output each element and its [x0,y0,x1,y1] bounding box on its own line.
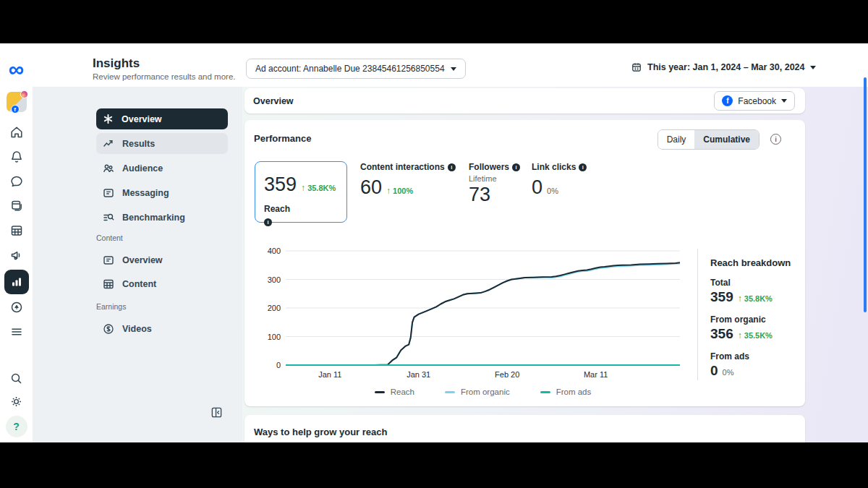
info-icon: i [448,163,456,171]
nav-label: Content [122,279,156,289]
metric-card-reach[interactable]: Reachi 359 ↑ 35.8K% [255,161,347,223]
metric-followers[interactable]: Followersi Lifetime 73 [469,162,520,206]
overview-asterisk-icon [103,114,114,124]
planner-grid-icon[interactable] [0,221,33,240]
channel-dropdown[interactable]: f Facebook [714,91,795,111]
metric-link-clicks[interactable]: Link clicksi 0 0% [532,162,587,199]
legend-item[interactable]: From ads [540,388,592,396]
meta-logo-icon[interactable]: ∞ [0,58,33,81]
vertical-scrollbar[interactable] [864,77,867,312]
help-button[interactable]: ? [0,415,33,438]
home-icon[interactable] [0,123,33,142]
legend-item[interactable]: From organic [445,388,510,396]
legend-item[interactable]: Reach [375,388,414,396]
series-from-organic [286,263,680,365]
performance-card: Performance Daily Cumulative i Reachi 35… [244,120,805,406]
y-tick-label: 300 [259,275,281,284]
metric-followers-value: 73 [469,184,490,206]
sidebar-section-earnings: Earnings [96,302,126,311]
x-tick-label: Jan 11 [318,370,341,379]
ad-account-dropdown[interactable]: Ad account: Annabelle Due 23845461256850… [246,59,466,79]
metric-lc-label: Link clicks [532,162,576,172]
notifications-bell-icon[interactable] [0,147,33,166]
legend-label: Reach [391,388,414,396]
toggle-cumulative-button[interactable]: Cumulative [694,130,759,149]
y-tick-label: 400 [259,247,281,255]
daily-cumulative-toggle: Daily Cumulative [658,129,760,150]
content-pages-icon[interactable] [0,197,33,215]
overview-bar: Overview f Facebook [244,88,805,114]
nav-label: Audience [122,163,163,174]
legend-swatch [540,391,550,393]
sidebar-item-content[interactable]: Content [96,273,228,294]
y-tick-label: 200 [259,304,281,312]
videos-dollar-icon [103,323,114,335]
nav-label: Overview [122,114,162,124]
metric-followers-label: Followers [469,162,509,172]
calendar-icon [631,61,642,73]
sidebar-item-messaging[interactable]: Messaging [96,182,228,203]
ad-account-label: Ad account: Annabelle Due 23845461256850… [255,64,445,74]
performance-info-icon[interactable]: i [770,134,781,145]
business-profile-avatar[interactable]: f [0,91,33,113]
metric-lc-value: 0 [532,176,542,199]
metric-content-interactions[interactable]: Content interactionsi 60 ↑ 100% [360,162,456,199]
boost-icon[interactable] [0,298,33,317]
performance-title: Performance [254,133,311,144]
all-tools-menu-icon[interactable] [0,322,33,341]
metric-lc-delta: 0% [547,187,558,195]
y-tick-label: 0 [259,361,281,369]
page-title: Insights [93,56,140,71]
facebook-logo-icon: f [722,95,733,106]
app-window: ∞ f [0,43,868,442]
inbox-chat-icon[interactable] [0,172,33,191]
search-icon[interactable] [0,369,33,388]
sidebar-item-content-overview[interactable]: Overview [96,249,228,270]
legend-label: From ads [556,388,592,396]
content-overview-icon [103,254,114,266]
left-icon-rail: ∞ f [0,43,33,442]
date-range-dropdown[interactable]: This year: Jan 1, 2024 – Mar 30, 2024 [631,61,816,73]
chevron-down-icon [810,66,816,69]
messaging-icon [103,187,114,199]
channel-label: Facebook [738,96,776,106]
info-icon: i [579,163,587,171]
avatar: f [7,92,27,112]
breakdown-row-organic: From organic 356 ↑ 35.5K% [710,314,801,342]
breakdown-row-ads: From ads 0 0% [710,351,801,379]
reach-breakdown-panel: Reach breakdown Total 359 ↑ 35.8K% From … [710,257,801,379]
settings-gear-icon[interactable] [0,392,33,411]
reach-chart-svg [286,251,680,365]
sidebar-collapse-icon[interactable] [210,406,223,419]
legend-label: From organic [461,388,510,396]
y-tick-label: 100 [259,333,281,341]
legend-swatch [445,391,455,393]
date-range-label: This year: Jan 1, 2024 – Mar 30, 2024 [647,62,805,72]
audience-people-icon [103,163,114,174]
sidebar-item-videos[interactable]: Videos [96,318,228,339]
letterboxed-stage: ∞ f [0,0,868,488]
instagram-badge-icon [20,90,28,98]
x-tick-label: Mar 11 [584,370,608,379]
metric-reach-delta: ↑ 35.8K% [301,183,336,193]
chevron-down-icon [781,99,787,103]
sidebar-item-overview[interactable]: Overview [96,108,228,129]
series-reach [286,262,680,365]
toggle-daily-button[interactable]: Daily [658,130,695,149]
benchmarking-search-icon [103,212,114,223]
page-subtitle: Review performance results and more. [93,72,236,81]
divider [697,249,698,380]
sidebar-item-benchmarking[interactable]: Benchmarking [96,207,228,228]
nav-label: Overview [122,255,163,265]
insights-icon-selected[interactable] [0,269,33,295]
sidebar-item-audience[interactable]: Audience [96,158,228,179]
ads-megaphone-icon[interactable] [0,246,33,265]
info-icon: i [264,218,272,226]
metric-reach-label: Reach [264,204,290,214]
sidebar-item-results[interactable]: Results [96,133,228,154]
nav-label: Results [122,139,155,149]
nav-label: Messaging [122,188,169,198]
metric-ci-label: Content interactions [360,162,445,172]
breakdown-row-total: Total 359 ↑ 35.8K% [710,278,801,305]
grow-reach-card: Ways to help grow your reach [244,415,805,442]
